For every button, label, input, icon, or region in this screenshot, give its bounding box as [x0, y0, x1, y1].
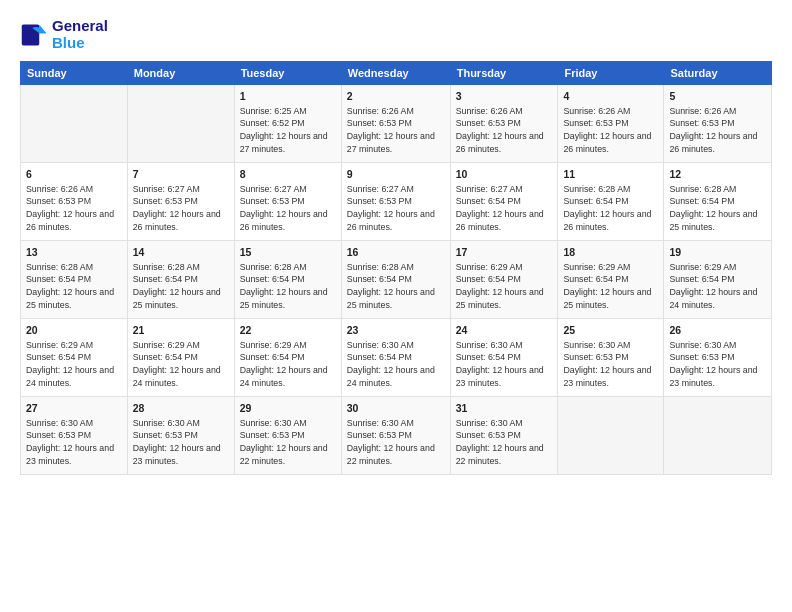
day-cell: 16Sunrise: 6:28 AM Sunset: 6:54 PM Dayli… [341, 241, 450, 319]
day-number: 19 [669, 245, 766, 260]
header-cell-friday: Friday [558, 62, 664, 85]
day-info: Sunrise: 6:30 AM Sunset: 6:54 PM Dayligh… [347, 339, 445, 390]
logo-text-general: General [52, 18, 108, 35]
day-cell: 1Sunrise: 6:25 AM Sunset: 6:52 PM Daylig… [234, 85, 341, 163]
header-cell-monday: Monday [127, 62, 234, 85]
day-cell: 13Sunrise: 6:28 AM Sunset: 6:54 PM Dayli… [21, 241, 128, 319]
day-number: 6 [26, 167, 122, 182]
day-cell: 14Sunrise: 6:28 AM Sunset: 6:54 PM Dayli… [127, 241, 234, 319]
day-number: 17 [456, 245, 553, 260]
day-cell: 24Sunrise: 6:30 AM Sunset: 6:54 PM Dayli… [450, 319, 558, 397]
day-info: Sunrise: 6:30 AM Sunset: 6:53 PM Dayligh… [347, 417, 445, 468]
day-info: Sunrise: 6:30 AM Sunset: 6:53 PM Dayligh… [563, 339, 658, 390]
day-number: 26 [669, 323, 766, 338]
day-cell: 15Sunrise: 6:28 AM Sunset: 6:54 PM Dayli… [234, 241, 341, 319]
day-cell: 8Sunrise: 6:27 AM Sunset: 6:53 PM Daylig… [234, 163, 341, 241]
day-number: 11 [563, 167, 658, 182]
day-info: Sunrise: 6:26 AM Sunset: 6:53 PM Dayligh… [563, 105, 658, 156]
day-info: Sunrise: 6:28 AM Sunset: 6:54 PM Dayligh… [347, 261, 445, 312]
day-number: 12 [669, 167, 766, 182]
day-cell: 28Sunrise: 6:30 AM Sunset: 6:53 PM Dayli… [127, 397, 234, 475]
day-info: Sunrise: 6:28 AM Sunset: 6:54 PM Dayligh… [133, 261, 229, 312]
day-info: Sunrise: 6:28 AM Sunset: 6:54 PM Dayligh… [563, 183, 658, 234]
day-info: Sunrise: 6:30 AM Sunset: 6:53 PM Dayligh… [26, 417, 122, 468]
day-cell: 2Sunrise: 6:26 AM Sunset: 6:53 PM Daylig… [341, 85, 450, 163]
day-cell: 4Sunrise: 6:26 AM Sunset: 6:53 PM Daylig… [558, 85, 664, 163]
logo-text-blue: Blue [52, 35, 108, 52]
day-cell: 18Sunrise: 6:29 AM Sunset: 6:54 PM Dayli… [558, 241, 664, 319]
day-number: 7 [133, 167, 229, 182]
day-number: 9 [347, 167, 445, 182]
day-number: 10 [456, 167, 553, 182]
day-cell: 5Sunrise: 6:26 AM Sunset: 6:53 PM Daylig… [664, 85, 772, 163]
day-number: 13 [26, 245, 122, 260]
day-number: 4 [563, 89, 658, 104]
day-info: Sunrise: 6:26 AM Sunset: 6:53 PM Dayligh… [669, 105, 766, 156]
day-info: Sunrise: 6:25 AM Sunset: 6:52 PM Dayligh… [240, 105, 336, 156]
day-cell: 17Sunrise: 6:29 AM Sunset: 6:54 PM Dayli… [450, 241, 558, 319]
day-info: Sunrise: 6:27 AM Sunset: 6:54 PM Dayligh… [456, 183, 553, 234]
header-cell-wednesday: Wednesday [341, 62, 450, 85]
day-number: 31 [456, 401, 553, 416]
day-cell: 6Sunrise: 6:26 AM Sunset: 6:53 PM Daylig… [21, 163, 128, 241]
day-number: 21 [133, 323, 229, 338]
day-number: 23 [347, 323, 445, 338]
header-cell-sunday: Sunday [21, 62, 128, 85]
day-info: Sunrise: 6:29 AM Sunset: 6:54 PM Dayligh… [133, 339, 229, 390]
day-info: Sunrise: 6:29 AM Sunset: 6:54 PM Dayligh… [26, 339, 122, 390]
day-cell: 12Sunrise: 6:28 AM Sunset: 6:54 PM Dayli… [664, 163, 772, 241]
header-cell-tuesday: Tuesday [234, 62, 341, 85]
day-cell [127, 85, 234, 163]
day-info: Sunrise: 6:29 AM Sunset: 6:54 PM Dayligh… [240, 339, 336, 390]
logo-icon [20, 21, 48, 49]
day-number: 22 [240, 323, 336, 338]
day-number: 15 [240, 245, 336, 260]
day-cell: 25Sunrise: 6:30 AM Sunset: 6:53 PM Dayli… [558, 319, 664, 397]
day-info: Sunrise: 6:30 AM Sunset: 6:53 PM Dayligh… [240, 417, 336, 468]
day-info: Sunrise: 6:26 AM Sunset: 6:53 PM Dayligh… [347, 105, 445, 156]
day-cell [21, 85, 128, 163]
day-number: 14 [133, 245, 229, 260]
day-info: Sunrise: 6:29 AM Sunset: 6:54 PM Dayligh… [669, 261, 766, 312]
day-number: 28 [133, 401, 229, 416]
day-cell: 3Sunrise: 6:26 AM Sunset: 6:53 PM Daylig… [450, 85, 558, 163]
day-cell: 11Sunrise: 6:28 AM Sunset: 6:54 PM Dayli… [558, 163, 664, 241]
day-cell [664, 397, 772, 475]
day-cell: 7Sunrise: 6:27 AM Sunset: 6:53 PM Daylig… [127, 163, 234, 241]
week-row-5: 27Sunrise: 6:30 AM Sunset: 6:53 PM Dayli… [21, 397, 772, 475]
day-info: Sunrise: 6:27 AM Sunset: 6:53 PM Dayligh… [347, 183, 445, 234]
day-number: 20 [26, 323, 122, 338]
day-info: Sunrise: 6:30 AM Sunset: 6:53 PM Dayligh… [133, 417, 229, 468]
day-cell: 29Sunrise: 6:30 AM Sunset: 6:53 PM Dayli… [234, 397, 341, 475]
day-number: 18 [563, 245, 658, 260]
day-number: 5 [669, 89, 766, 104]
day-info: Sunrise: 6:28 AM Sunset: 6:54 PM Dayligh… [240, 261, 336, 312]
day-number: 30 [347, 401, 445, 416]
day-cell: 31Sunrise: 6:30 AM Sunset: 6:53 PM Dayli… [450, 397, 558, 475]
day-cell: 10Sunrise: 6:27 AM Sunset: 6:54 PM Dayli… [450, 163, 558, 241]
day-info: Sunrise: 6:30 AM Sunset: 6:53 PM Dayligh… [669, 339, 766, 390]
day-cell: 22Sunrise: 6:29 AM Sunset: 6:54 PM Dayli… [234, 319, 341, 397]
day-cell: 9Sunrise: 6:27 AM Sunset: 6:53 PM Daylig… [341, 163, 450, 241]
day-number: 1 [240, 89, 336, 104]
week-row-1: 1Sunrise: 6:25 AM Sunset: 6:52 PM Daylig… [21, 85, 772, 163]
day-info: Sunrise: 6:30 AM Sunset: 6:53 PM Dayligh… [456, 417, 553, 468]
day-cell: 26Sunrise: 6:30 AM Sunset: 6:53 PM Dayli… [664, 319, 772, 397]
day-info: Sunrise: 6:29 AM Sunset: 6:54 PM Dayligh… [456, 261, 553, 312]
day-info: Sunrise: 6:30 AM Sunset: 6:54 PM Dayligh… [456, 339, 553, 390]
week-row-4: 20Sunrise: 6:29 AM Sunset: 6:54 PM Dayli… [21, 319, 772, 397]
header-cell-saturday: Saturday [664, 62, 772, 85]
logo: General Blue [20, 18, 108, 51]
calendar-table: SundayMondayTuesdayWednesdayThursdayFrid… [20, 61, 772, 475]
day-cell: 19Sunrise: 6:29 AM Sunset: 6:54 PM Dayli… [664, 241, 772, 319]
day-number: 29 [240, 401, 336, 416]
day-number: 8 [240, 167, 336, 182]
day-cell [558, 397, 664, 475]
header-cell-thursday: Thursday [450, 62, 558, 85]
week-row-3: 13Sunrise: 6:28 AM Sunset: 6:54 PM Dayli… [21, 241, 772, 319]
day-info: Sunrise: 6:29 AM Sunset: 6:54 PM Dayligh… [563, 261, 658, 312]
day-cell: 20Sunrise: 6:29 AM Sunset: 6:54 PM Dayli… [21, 319, 128, 397]
day-info: Sunrise: 6:27 AM Sunset: 6:53 PM Dayligh… [133, 183, 229, 234]
day-cell: 23Sunrise: 6:30 AM Sunset: 6:54 PM Dayli… [341, 319, 450, 397]
day-info: Sunrise: 6:28 AM Sunset: 6:54 PM Dayligh… [26, 261, 122, 312]
